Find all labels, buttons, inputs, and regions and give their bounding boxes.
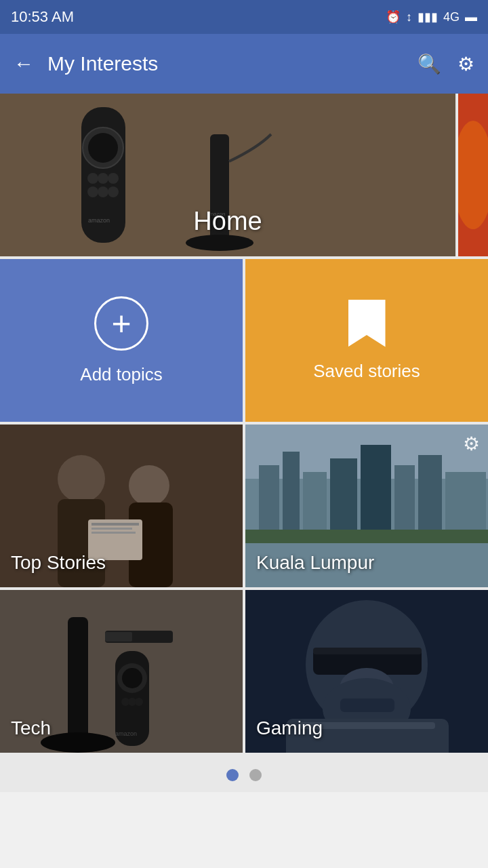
story-tiles-row-1: Top Stories [0, 425, 488, 587]
pagination [0, 753, 488, 792]
status-time: 10:53 AM [11, 8, 74, 26]
app-bar: ← My Interests 🔍 ⚙ [0, 34, 488, 94]
content-area: amazon amazon Home [0, 94, 488, 792]
kuala-lumpur-settings-icon[interactable]: ⚙ [463, 433, 480, 455]
back-button[interactable]: ← [14, 52, 34, 75]
saved-stories-tile[interactable]: Saved stories [245, 259, 488, 422]
tech-label: Tech [11, 717, 51, 739]
network-type-label: 4G [443, 10, 460, 24]
saved-stories-label: Saved stories [313, 361, 420, 382]
story-tiles-row-2: amazon Tech [0, 590, 488, 753]
svg-point-7 [108, 173, 119, 184]
battery-icon: ▬ [465, 10, 477, 24]
home-tile[interactable]: amazon amazon Home [0, 94, 455, 256]
svg-point-6 [98, 173, 108, 184]
saved-stories-icon [348, 300, 386, 347]
svg-point-9 [98, 186, 108, 197]
tech-tile[interactable]: amazon Tech [0, 590, 243, 753]
svg-point-5 [87, 173, 98, 184]
svg-point-10 [108, 186, 119, 197]
status-icons: ⏰ ↕ ▮▮▮ 4G ▬ [386, 9, 477, 24]
top-stories-label: Top Stories [11, 552, 106, 574]
pagination-dot-1[interactable] [226, 769, 239, 781]
add-topics-label: Add topics [80, 364, 162, 385]
hero-row: amazon amazon Home [0, 94, 488, 256]
gaming-label: Gaming [256, 717, 323, 739]
peek-art [458, 94, 488, 256]
svg-point-4 [88, 133, 118, 163]
settings-button[interactable]: ⚙ [458, 53, 474, 75]
search-button[interactable]: 🔍 [418, 53, 441, 75]
svg-point-8 [87, 186, 98, 197]
network-bars-icon: ▮▮▮ [418, 9, 438, 24]
add-topics-tile[interactable]: Add topics [0, 259, 243, 422]
svg-point-17 [458, 121, 488, 229]
add-topics-icon [94, 296, 148, 351]
page-title: My Interests [47, 52, 418, 75]
action-tiles-row: Add topics Saved stories [0, 259, 488, 422]
kuala-lumpur-tile[interactable]: ⚙ Kuala Lumpur [245, 425, 488, 587]
hero-peek-tile[interactable] [458, 94, 488, 256]
pagination-dot-2[interactable] [249, 769, 262, 781]
kuala-lumpur-label: Kuala Lumpur [256, 552, 374, 574]
home-tile-label: Home [0, 207, 455, 256]
top-stories-tile[interactable]: Top Stories [0, 425, 243, 587]
status-bar: 10:53 AM ⏰ ↕ ▮▮▮ 4G ▬ [0, 0, 488, 34]
alarm-icon: ⏰ [386, 9, 401, 24]
signal-icon: ↕ [406, 10, 412, 24]
gaming-tile[interactable]: Gaming [245, 590, 488, 753]
app-bar-actions: 🔍 ⚙ [418, 53, 474, 75]
